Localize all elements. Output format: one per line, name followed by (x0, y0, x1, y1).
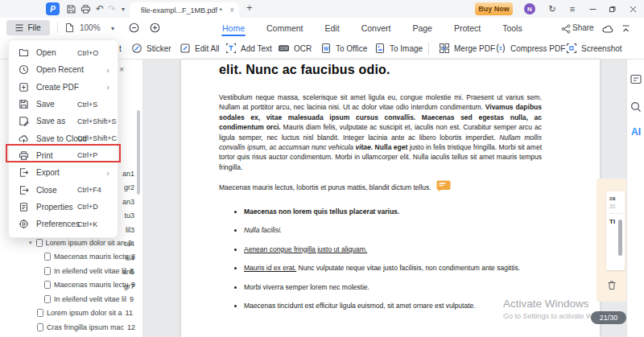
collapse-toolbar-icon[interactable] (621, 24, 630, 33)
edit-all-button[interactable]: Edit All (180, 43, 220, 54)
app-logo-icon: P (46, 2, 60, 15)
bookmark-item[interactable]: ▾ Lorem ipsum dolor sit an8 (29, 238, 135, 248)
search-icon[interactable] (630, 101, 642, 113)
tab-convert[interactable]: Convert (361, 20, 392, 36)
panel-toggle-icon[interactable] (630, 72, 642, 85)
cloud-icon[interactable] (602, 24, 613, 34)
tab-close-icon[interactable]: × (229, 6, 234, 14)
bookmark-item[interactable]: In eleifend velit vitae lil8 (44, 266, 135, 276)
sync-icon[interactable]: ↻ (546, 2, 559, 15)
menu-item-properties[interactable]: Properties Ctrl+D (9, 199, 118, 216)
menu-item-print[interactable]: Print Ctrl+P (9, 147, 118, 164)
submenu-arrow-icon: › (106, 168, 109, 178)
menu-item-save-to-cloud[interactable]: Save to Cloud Ctrl+Shift+C (9, 129, 118, 146)
menu-item-open-recent[interactable]: Open Recent › (9, 61, 118, 78)
sticky-note-icon[interactable] (436, 180, 452, 192)
menu-item-label: Close (36, 186, 57, 195)
page-fit-icon[interactable] (65, 23, 74, 33)
document-paragraph: Vestibulum neque massa, scelerisque sit … (219, 92, 542, 172)
undo-icon[interactable]: ↶ (93, 2, 106, 15)
document-view: elit. Nunc ac faucibus odio. Vestibulum … (143, 60, 626, 337)
zoom-value[interactable]: 100% (80, 23, 101, 32)
bookmark-item[interactable]: Cras fringilla ipsum mac12 (37, 323, 135, 332)
share-icon[interactable] (561, 24, 571, 34)
add-text-button[interactable]: Add Text (225, 43, 272, 54)
menu-item-label: Save as (36, 117, 65, 125)
menu-item-save[interactable]: Save Ctrl+S (9, 96, 118, 113)
page-icon (44, 253, 51, 261)
avatar[interactable]: N (524, 3, 535, 14)
panel-close-icon[interactable]: × (119, 64, 124, 74)
tool-label: Add Text (241, 44, 272, 53)
menu-bar: File 100% ▾ Home Comment Edit Convert Pa… (0, 18, 644, 38)
share-label[interactable]: Share (572, 23, 594, 32)
tab-page[interactable]: Page (411, 20, 433, 36)
trash-icon[interactable] (607, 280, 617, 290)
title-bar: P ↶ ↷ ▾ file-exampl...F_1MB.pdf * × + Bu… (0, 0, 644, 18)
file-menu-button[interactable]: File (6, 20, 50, 35)
to-image-button[interactable]: To Image (374, 43, 423, 54)
zoom-out-icon[interactable] (129, 23, 139, 33)
menu-item-save-as[interactable]: Save as Ctrl+Shift+S (9, 113, 118, 129)
restore-icon[interactable] (606, 2, 619, 15)
compress-pdf-button[interactable]: Compress PDF (495, 43, 565, 54)
close-window-icon[interactable] (626, 2, 639, 15)
print-quick-icon[interactable] (79, 2, 92, 15)
ocr-button[interactable]: OCR OCR (278, 43, 312, 54)
tool-label: Screenshot (581, 44, 622, 53)
menu-item-label: Properties (36, 203, 73, 212)
screenshot-button[interactable]: Screenshot (566, 43, 622, 54)
menu-item-open[interactable]: Open Ctrl+O (9, 44, 118, 61)
compress-pdf-icon (495, 43, 506, 54)
new-tab-icon[interactable]: + (246, 2, 253, 14)
file-menu-label: File (27, 23, 40, 32)
print-icon (19, 150, 29, 161)
bookmark-label: Maecenas mauris lectu (54, 253, 128, 261)
bullet-item: Nulla facilisi. (244, 225, 542, 236)
tab-comment[interactable]: Comment (266, 20, 304, 36)
bookmark-item[interactable]: Maecenas mauris lectu8 (44, 252, 135, 261)
minimize-icon[interactable] (586, 2, 599, 15)
bullet-item: Aenean congue fringilla justo ut aliquam… (244, 245, 542, 255)
bookmark-page: 9 (131, 281, 135, 289)
menu-item-label: Preferences (36, 220, 80, 228)
tab-edit[interactable]: Edit (324, 20, 341, 36)
ai-assistant-icon[interactable]: AI (630, 125, 642, 138)
menu-item-preferences[interactable]: Preferences Ctrl+K (9, 216, 118, 232)
zoom-in-icon[interactable] (150, 23, 160, 33)
menu-item-create-pdf[interactable]: Create PDF › (9, 79, 118, 96)
document-scrollbar[interactable] (618, 220, 622, 256)
zoom-caret-icon[interactable]: ▾ (111, 25, 114, 32)
document-tab-title: file-exampl...F_1MB.pdf * (141, 6, 226, 14)
file-menu-dropdown: Open Ctrl+O Open Recent › Create PDF › S… (8, 39, 118, 238)
bookmark-item[interactable]: In eleifend velit vitae lil9 (44, 294, 135, 304)
document-tab[interactable]: file-exampl...F_1MB.pdf * × (130, 2, 239, 18)
gear-icon (19, 219, 29, 229)
tool-label: Edit All (195, 44, 220, 53)
tab-protect[interactable]: Protect (453, 20, 481, 36)
menu-shortcut: Ctrl+K (77, 220, 97, 228)
comment-author: za (609, 195, 623, 201)
menu-shortcut: Ctrl+Shift+S (77, 117, 117, 125)
bullet-item: Morbi viverra semper lorem nec molestie. (244, 282, 542, 293)
menu-hamburger-icon[interactable]: ≡ (566, 2, 579, 15)
file-hamburger-icon (15, 24, 23, 31)
tab-home[interactable]: Home (221, 20, 246, 36)
quick-toolbar-caret-icon[interactable]: ▾ (117, 2, 130, 15)
to-office-button[interactable]: W To Office (320, 43, 367, 54)
sticker-button[interactable]: Sticker (131, 43, 171, 54)
sidebar-scrollbar[interactable] (137, 110, 140, 195)
merge-pdf-button[interactable]: Merge PDF (439, 43, 495, 54)
pdf-page[interactable]: elit. Nunc ac faucibus odio. Vestibulum … (181, 60, 600, 337)
menu-item-export[interactable]: Export › (9, 164, 118, 181)
bookmark-item[interactable]: Lorem ipsum dolor sit a11 (37, 308, 135, 318)
close-doc-icon (19, 185, 29, 195)
bookmark-item[interactable]: Maecenas mauris lectu9 (44, 280, 135, 290)
buy-now-button[interactable]: Buy Now (475, 2, 513, 15)
tab-tools[interactable]: Tools (502, 20, 523, 36)
expand-caret-icon[interactable]: ▾ (29, 240, 32, 246)
tool-label: Sticker (147, 44, 171, 53)
save-icon[interactable] (64, 2, 77, 15)
menu-item-close[interactable]: Close Ctrl+F4 (9, 181, 118, 198)
add-text-icon (225, 43, 237, 54)
